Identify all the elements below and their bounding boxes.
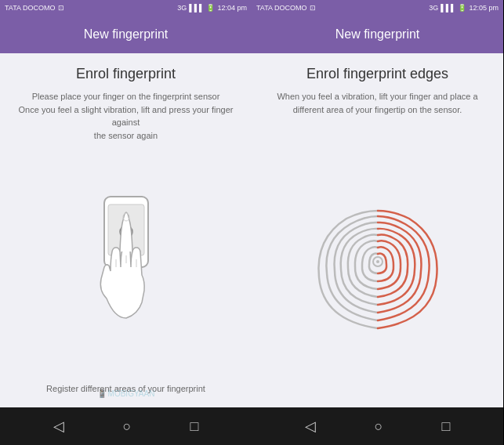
nav-bar-2: ◁ ○ □ — [252, 407, 503, 445]
signal-bars-2: ▌▌▌ — [441, 4, 455, 12]
hand-phone-svg — [63, 189, 189, 346]
recent-button-1[interactable]: □ — [190, 418, 199, 435]
status-right-2: 3G ▌▌▌ 🔋 12:05 pm — [429, 4, 499, 12]
recent-button-2[interactable]: □ — [442, 418, 451, 435]
signal-1: 3G — [177, 4, 187, 12]
back-button-1[interactable]: ◁ — [53, 418, 64, 435]
status-left-1: TATA DOCOMO ⊡ — [5, 4, 64, 12]
carrier-icon-2: ⊡ — [310, 4, 316, 12]
enrol-title-2: Enrol fingerprint edges — [306, 66, 448, 82]
hand-illustration-container — [16, 150, 236, 384]
content-1: Enrol fingerprint Please place your fing… — [0, 53, 252, 407]
carrier-1: TATA DOCOMO — [5, 4, 56, 12]
battery-1: 🔋 — [206, 4, 215, 12]
signal-bars-1: ▌▌▌ — [189, 4, 204, 12]
carrier-2: TATA DOCOMO — [256, 4, 307, 12]
fingerprint-svg — [307, 183, 448, 340]
bottom-text-1: Register different areas of your fingerp… — [46, 384, 205, 400]
status-right-1: 3G ▌▌▌ 🔋 12:04 pm — [177, 4, 247, 12]
fingerprint-illustration-container — [267, 124, 488, 400]
time-1: 12:04 pm — [217, 4, 247, 12]
content-2: Enrol fingerprint edges When you feel a … — [252, 53, 503, 407]
status-bar-1: TATA DOCOMO ⊡ 3G ▌▌▌ 🔋 12:04 pm — [0, 0, 252, 16]
time-2: 12:05 pm — [469, 4, 499, 12]
battery-2: 🔋 — [458, 4, 466, 12]
enrol-title-1: Enrol fingerprint — [76, 66, 176, 82]
carrier-icon-1: ⊡ — [58, 4, 64, 12]
title-bar-1: New fingerprint — [0, 16, 252, 53]
title-bar-2: New fingerprint — [252, 16, 503, 53]
home-button-1[interactable]: ○ — [123, 418, 132, 435]
svg-point-10 — [376, 260, 379, 263]
nav-bar-1: ◁ ○ □ — [0, 407, 252, 445]
enrol-desc-2: When you feel a vibration, lift your fin… — [277, 90, 477, 116]
signal-2: 3G — [429, 4, 438, 12]
status-bar-2: TATA DOCOMO ⊡ 3G ▌▌▌ 🔋 12:05 pm — [252, 0, 503, 16]
home-button-2[interactable]: ○ — [375, 418, 383, 435]
enrol-desc-1: Please place your finger on the fingerpr… — [16, 90, 236, 142]
back-button-2[interactable]: ◁ — [305, 418, 316, 435]
status-left-2: TATA DOCOMO ⊡ — [256, 4, 316, 12]
panel-2: TATA DOCOMO ⊡ 3G ▌▌▌ 🔋 12:05 pm New fing… — [252, 0, 503, 445]
title-text-2: New fingerprint — [335, 27, 420, 42]
panel-1: TATA DOCOMO ⊡ 3G ▌▌▌ 🔋 12:04 pm New fing… — [0, 0, 252, 445]
title-text-1: New fingerprint — [84, 27, 169, 42]
